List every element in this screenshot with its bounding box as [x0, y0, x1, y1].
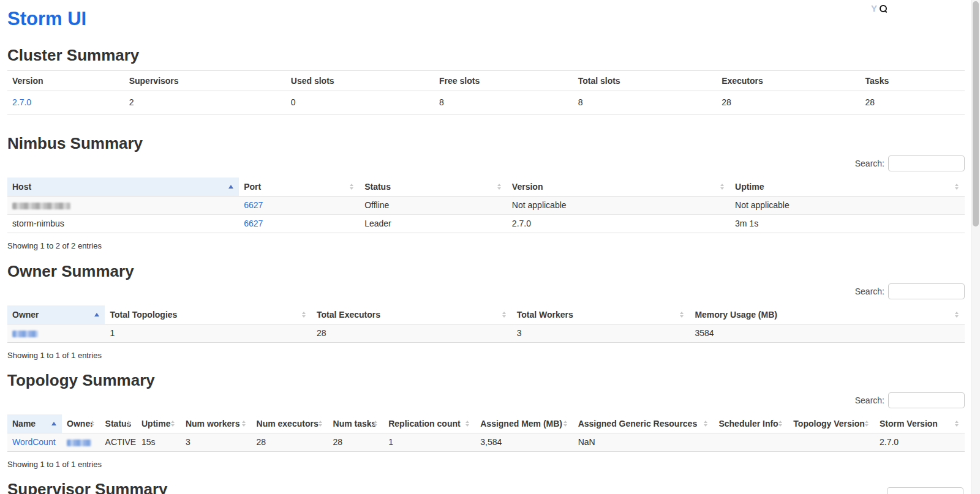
cluster-data-row: 2.7.0 2 0 8 8 28 28 — [7, 91, 965, 114]
cell-used-slots: 0 — [286, 91, 434, 114]
col-num-tasks[interactable]: Num tasks — [328, 414, 384, 433]
nimbus-summary-heading: Nimbus Summary — [7, 134, 965, 153]
sort-both-icon — [563, 420, 568, 427]
col-status[interactable]: Status — [100, 414, 137, 433]
cell-supervisors: 2 — [124, 91, 286, 114]
col-total-executors[interactable]: Total Executors — [312, 305, 512, 324]
col-num-workers[interactable]: Num workers — [181, 414, 252, 433]
vertical-scrollbar-thumb[interactable] — [973, 1, 979, 226]
cell-host: storm-nimbus — [7, 215, 239, 233]
col-topology-version[interactable]: Topology Version — [788, 414, 875, 433]
cluster-summary-heading: Cluster Summary — [7, 46, 965, 65]
col-supervisors: Supervisors — [124, 71, 286, 91]
owner-header-row: Owner Total Topologies Total Executors T… — [7, 305, 965, 324]
cell-name: WordCount — [7, 433, 62, 452]
sort-both-icon — [954, 420, 960, 427]
col-port[interactable]: Port — [239, 178, 360, 196]
cell-uptime: 15s — [137, 433, 181, 452]
col-owner[interactable]: Owner — [7, 305, 105, 324]
sort-both-icon — [318, 420, 323, 427]
cell-uptime: Not applicable — [730, 196, 965, 215]
col-assigned-generic-resources[interactable]: Assigned Generic Resources — [573, 414, 714, 433]
sort-both-icon — [126, 420, 132, 427]
cell-host — [7, 196, 239, 215]
cell-version: 2.7.0 — [7, 91, 124, 114]
col-free-slots: Free slots — [434, 71, 573, 91]
sort-both-icon — [954, 183, 960, 190]
col-nimbus-version[interactable]: Version — [507, 178, 730, 196]
cell-assigned-generic-resources: NaN — [573, 433, 714, 452]
col-version: Version — [7, 71, 124, 91]
port-link[interactable]: 6627 — [244, 219, 263, 228]
sort-asc-icon — [228, 183, 234, 190]
col-status[interactable]: Status — [360, 178, 507, 196]
version-link[interactable]: 2.7.0 — [12, 97, 31, 107]
topology-header-row: Name Owner Status Uptime Num workers Num… — [7, 414, 965, 433]
cell-status: Leader — [360, 215, 507, 233]
cell-status: Offline — [360, 196, 507, 215]
col-replication-count[interactable]: Replication count — [383, 414, 475, 433]
redacted-owner-link[interactable] — [12, 331, 38, 337]
col-memory-usage[interactable]: Memory Usage (MB) — [690, 305, 965, 324]
nimbus-header-row: Host Port Status Version Uptime — [7, 178, 965, 196]
sort-both-icon — [170, 420, 176, 427]
cell-version: Not applicable — [507, 196, 730, 215]
col-total-slots: Total slots — [573, 71, 717, 91]
owner-search-input[interactable] — [888, 283, 965, 299]
owner-row-1: 1 28 3 3584 — [7, 324, 965, 343]
cell-total-workers: 3 — [512, 324, 690, 343]
cell-replication-count: 1 — [383, 433, 475, 452]
nimbus-search-input[interactable] — [888, 155, 965, 171]
app-title: Storm UI — [7, 0, 965, 30]
col-assigned-mem[interactable]: Assigned Mem (MB) — [475, 414, 573, 433]
cell-owner — [7, 324, 105, 343]
sort-both-icon — [679, 311, 685, 318]
col-num-executors[interactable]: Num executors — [252, 414, 328, 433]
topology-search-input[interactable] — [888, 392, 965, 408]
sort-both-icon — [778, 420, 783, 427]
cell-memory-usage: 3584 — [690, 324, 965, 343]
topology-entries-note: Showing 1 to 1 of 1 entries — [7, 460, 965, 469]
redacted-owner-link[interactable] — [67, 440, 91, 446]
cell-total-slots: 8 — [573, 91, 717, 114]
sort-both-icon — [465, 420, 470, 427]
sort-asc-icon — [94, 311, 100, 318]
vertical-scrollbar-track[interactable] — [971, 0, 980, 494]
col-executors: Executors — [717, 71, 860, 91]
topology-search-row: Search: — [7, 392, 965, 408]
port-link[interactable]: 6627 — [244, 200, 263, 210]
cell-owner — [62, 433, 100, 452]
cell-executors: 28 — [717, 91, 860, 114]
topology-search-label: Search: — [855, 395, 884, 405]
col-owner[interactable]: Owner — [62, 414, 100, 433]
redacted-host — [12, 203, 70, 209]
supervisor-search-input[interactable] — [887, 487, 963, 494]
nimbus-search-label: Search: — [855, 159, 884, 168]
supervisor-summary-heading: Supervisor Summary — [7, 480, 965, 494]
cell-port: 6627 — [239, 196, 360, 215]
sort-both-icon — [864, 420, 870, 427]
nimbus-summary-table: Host Port Status Version Uptime 6627 Off… — [7, 178, 965, 233]
sort-both-icon — [90, 420, 96, 427]
owner-search-label: Search: — [855, 286, 884, 296]
cell-topology-version — [788, 433, 875, 452]
col-name[interactable]: Name — [7, 414, 62, 433]
col-scheduler-info[interactable]: Scheduler Info — [714, 414, 788, 433]
sort-both-icon — [703, 420, 709, 427]
col-storm-version[interactable]: Storm Version — [875, 414, 965, 433]
topology-summary-heading: Topology Summary — [7, 371, 965, 390]
sort-both-icon — [720, 183, 725, 190]
col-host[interactable]: Host — [7, 178, 239, 196]
col-uptime[interactable]: Uptime — [730, 178, 965, 196]
cell-status: ACTIVE — [100, 433, 137, 452]
topology-summary-table: Name Owner Status Uptime Num workers Num… — [7, 414, 965, 452]
col-total-workers[interactable]: Total Workers — [512, 305, 690, 324]
col-total-topologies[interactable]: Total Topologies — [105, 305, 312, 324]
cell-num-executors: 28 — [252, 433, 328, 452]
col-uptime[interactable]: Uptime — [137, 414, 181, 433]
topology-name-link[interactable]: WordCount — [12, 437, 56, 447]
sort-both-icon — [502, 311, 507, 318]
sort-both-icon — [301, 311, 307, 318]
cell-assigned-mem: 3,584 — [475, 433, 573, 452]
topology-row-1: WordCount ACTIVE 15s 3 28 28 1 3,584 NaN… — [7, 433, 965, 452]
